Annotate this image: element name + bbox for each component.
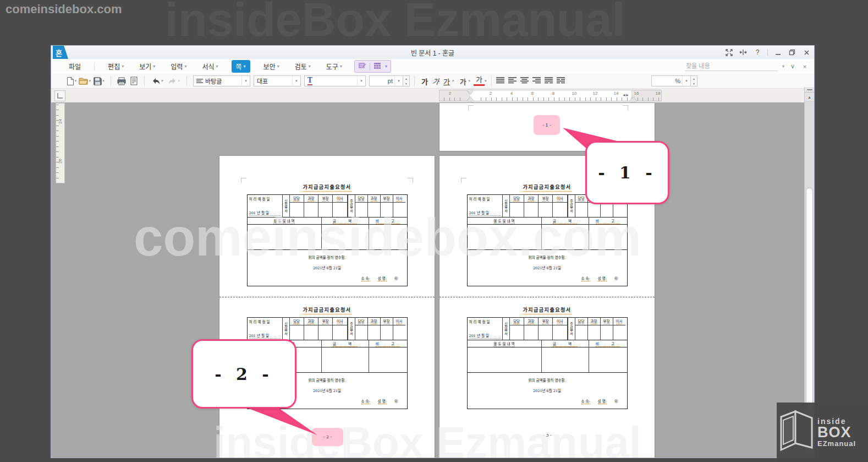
menu-view[interactable]: 보기▾ bbox=[135, 60, 160, 73]
menu-security[interactable]: 보안▾ bbox=[259, 60, 284, 73]
font-color-button[interactable]: 가 bbox=[474, 76, 485, 85]
note-header-cell: 비 고 bbox=[369, 340, 407, 347]
save-button[interactable]: ▾ bbox=[92, 75, 106, 87]
content-corner-mark bbox=[461, 178, 466, 183]
ruler-number: 14 bbox=[614, 91, 619, 96]
align-divide-icon[interactable] bbox=[557, 76, 565, 86]
close-find-icon[interactable]: × bbox=[801, 63, 809, 70]
sign-cell bbox=[290, 203, 304, 217]
undo-button[interactable]: ▾ bbox=[149, 75, 166, 87]
print-button[interactable] bbox=[116, 75, 128, 87]
table-grid-icon[interactable] bbox=[373, 62, 382, 71]
note-value-cell bbox=[589, 225, 627, 249]
collapse-find-icon[interactable]: ∨ bbox=[789, 63, 796, 70]
menu-file[interactable]: 파일 bbox=[64, 60, 85, 73]
manage-dept-cell: 주관부서 bbox=[348, 318, 355, 340]
note-value-cell bbox=[369, 225, 407, 249]
chevron-down-icon[interactable]: ▾ bbox=[292, 76, 300, 86]
find-dropdown-icon[interactable]: ▾ bbox=[782, 64, 784, 69]
chevron-down-icon[interactable]: ▾ bbox=[241, 76, 250, 86]
content-corner-mark bbox=[623, 105, 628, 111]
align-center-icon[interactable] bbox=[520, 76, 529, 86]
align-distribute-icon[interactable] bbox=[545, 76, 553, 86]
font-size-unit: pt bbox=[372, 78, 394, 84]
note-value-cell bbox=[369, 347, 407, 372]
split-window-icon[interactable] bbox=[739, 48, 748, 57]
callout-balloon-page1: - 1 - bbox=[585, 141, 669, 204]
horizontal-ruler[interactable]: 2 2 4 6 8 10 12 14 16 18 ◄► bbox=[439, 90, 662, 101]
chevron-down-icon[interactable]: ▾ bbox=[452, 79, 454, 83]
menu-page[interactable]: 쪽▾ bbox=[232, 60, 250, 73]
zoom-stepper[interactable]: ▲▼ bbox=[691, 75, 697, 86]
align-right-icon[interactable] bbox=[532, 76, 541, 86]
name-label: 성 명: bbox=[598, 398, 607, 404]
amount-value-cell bbox=[322, 347, 369, 372]
open-button[interactable]: ▾ bbox=[78, 75, 92, 87]
chevron-down-icon[interactable]: ▾ bbox=[682, 76, 690, 86]
menu-edit[interactable]: 편집▾ bbox=[103, 60, 128, 73]
sign-cell bbox=[575, 325, 587, 340]
restore-button[interactable] bbox=[788, 48, 796, 57]
banner-watermark: insideBox Ezmanual bbox=[165, 0, 625, 47]
scheduled-date-cell: 처리예정일 201 년 월 일 bbox=[468, 318, 503, 340]
left-indent-marker[interactable] bbox=[467, 97, 474, 101]
ruler-number: 6 bbox=[531, 91, 534, 96]
menu-format[interactable]: 서식▾ bbox=[197, 60, 222, 73]
italic-button[interactable]: 가 bbox=[430, 76, 442, 86]
zoom-combo[interactable]: % ▾ bbox=[651, 75, 691, 86]
chevron-down-icon[interactable]: ▾ bbox=[394, 76, 403, 86]
vertical-ruler[interactable]: 24 26 bbox=[56, 103, 65, 183]
truetype-icon: T bbox=[307, 77, 312, 85]
chevron-down-icon[interactable]: ▾ bbox=[357, 76, 365, 86]
first-line-indent-marker[interactable] bbox=[467, 90, 474, 94]
minimize-button[interactable] bbox=[773, 48, 782, 57]
approver-label: 과장 bbox=[307, 318, 314, 324]
underline-button[interactable]: 가 bbox=[441, 76, 452, 86]
callout-balloon-page2: - 2 - bbox=[191, 339, 296, 409]
chevron-down-icon[interactable]: ▾ bbox=[469, 79, 471, 83]
margin-arrows-icon[interactable]: ◄► bbox=[622, 93, 629, 97]
align-justify-icon[interactable] bbox=[496, 76, 504, 86]
sign-cell bbox=[381, 203, 393, 217]
ruler-corner-button[interactable] bbox=[54, 90, 65, 101]
toolbar-divider bbox=[414, 76, 415, 86]
font-combo[interactable]: T ▾ bbox=[304, 75, 366, 86]
quick-tool-divider bbox=[370, 63, 370, 70]
scroll-up-button[interactable]: ▲ bbox=[805, 93, 814, 102]
bold-button[interactable]: 가 bbox=[419, 76, 430, 86]
scheduled-date-cell: 처리예정일 201 년 월 일 bbox=[248, 318, 283, 340]
help-icon[interactable]: ? bbox=[753, 48, 762, 57]
font-size-combo[interactable]: pt ▾ bbox=[369, 75, 403, 86]
approver-label: 담당 bbox=[513, 195, 520, 202]
font-size-stepper[interactable]: ▲▼ bbox=[403, 75, 410, 86]
ruler-number: 10 bbox=[572, 91, 577, 96]
menu-review[interactable]: 검토▾ bbox=[290, 60, 315, 73]
redo-button[interactable]: ▾ bbox=[166, 75, 182, 87]
seal-mark: ㊞ bbox=[614, 275, 618, 281]
preset-combo[interactable]: 대표 ▾ bbox=[254, 75, 301, 86]
menu-input[interactable]: 입력▾ bbox=[166, 60, 191, 73]
menubar: 파일 편집▾ 보기▾ 입력▾ 서식▾ 쪽▾ 보안▾ 검토▾ 도구▾ ▾ ▾ ∨ … bbox=[51, 59, 814, 74]
right-indent-marker[interactable] bbox=[630, 97, 636, 101]
preview-button[interactable] bbox=[128, 75, 140, 87]
payment-request-form-table: 처리예정일 201 년 월 일 신청부서 담당 과장 부장 이사 주관부서 담당… bbox=[247, 194, 408, 286]
text-effect-button[interactable]: 가 bbox=[458, 76, 469, 86]
fullscreen-icon[interactable] bbox=[724, 48, 733, 57]
chevron-down-icon[interactable]: ▾ bbox=[485, 79, 487, 83]
form-copy-4: 가지급금지출요청서 처리예정일 201 년 월 일 신청부서 담당 과장 부장 … bbox=[440, 306, 655, 409]
style-combo[interactable]: 바탕글 ▾ bbox=[193, 75, 250, 86]
scrollbar-thumb[interactable] bbox=[806, 188, 813, 412]
approver-label: 부장 bbox=[542, 318, 549, 324]
logo-line-box: BOX bbox=[817, 425, 856, 440]
find-input[interactable] bbox=[685, 62, 778, 71]
close-button[interactable] bbox=[802, 48, 811, 57]
new-document-button[interactable]: ▾ bbox=[65, 75, 78, 87]
menu-tools[interactable]: 도구▾ bbox=[322, 60, 347, 73]
titlebar: 혼 빈 문서 1 - 혼글 ? bbox=[51, 46, 814, 59]
chevron-down-icon: ▾ bbox=[309, 64, 311, 69]
align-left-icon[interactable] bbox=[508, 76, 517, 86]
sign-cell bbox=[553, 203, 567, 217]
chart-edit-icon[interactable] bbox=[358, 62, 366, 71]
page-2[interactable]: 가지급금지출요청서 처리예정일 201 년 월 일 신청부서 담당 과장 부장 … bbox=[219, 155, 435, 458]
split-handle[interactable] bbox=[805, 87, 814, 93]
